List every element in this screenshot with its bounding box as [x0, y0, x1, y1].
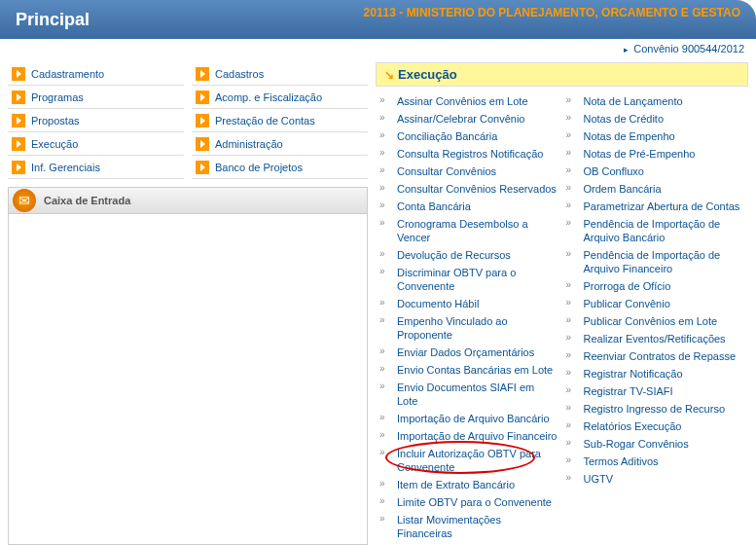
- chevron-double-icon: »: [566, 419, 578, 430]
- menu-item-conta-bancaria[interactable]: »Conta Bancária: [379, 198, 558, 215]
- menu-item-label: Devolução de Recursos: [397, 248, 511, 262]
- arrow-icon: [196, 67, 209, 81]
- menu-item-importacao-de-arquivo-financei[interactable]: »Importação de Arquivo Financeiro: [379, 427, 558, 445]
- chevron-double-icon: »: [379, 297, 391, 308]
- nav-item-programas[interactable]: Programas: [8, 86, 184, 109]
- menu-item-label: Listar Movimentações Financeiras: [397, 513, 558, 540]
- chevron-double-icon: »: [566, 314, 578, 325]
- chevron-double-icon: »: [566, 217, 578, 228]
- menu-item-realizar-eventosretificacoes[interactable]: »Realizar Eventos/Retificações: [566, 330, 745, 347]
- menu-item-discriminar-obtv-para-o-conven[interactable]: »Discriminar OBTV para o Convenente: [379, 264, 558, 295]
- menu-item-limite-obtv-para-o-convenente[interactable]: »Limite OBTV para o Convenente: [379, 493, 558, 511]
- menu-item-registrar-tv-siafi[interactable]: »Registrar TV-SIAFI: [566, 382, 745, 400]
- nav-item-cadastros[interactable]: Cadastros: [192, 62, 368, 86]
- page-title: Principal: [0, 10, 90, 30]
- nav-item-execucao[interactable]: Execução: [8, 132, 184, 156]
- menu-item-label: Envio Documentos SIAFI em Lote: [397, 381, 558, 408]
- menu-item-sub-rogar-convenios[interactable]: »Sub-Rogar Convênios: [566, 435, 745, 453]
- chevron-double-icon: »: [566, 248, 578, 259]
- menu-item-pendencia-de-importacao-de-arq[interactable]: »Pendência de Importação de Arquivo Banc…: [566, 215, 745, 246]
- menu-item-conciliacao-bancaria[interactable]: »Conciliação Bancária: [379, 127, 558, 145]
- menu-item-ugtv[interactable]: »UGTV: [566, 470, 745, 488]
- menu-item-item-de-extrato-bancario[interactable]: »Item de Extrato Bancário: [379, 476, 558, 493]
- menu-item-parametrizar-abertura-de-conta[interactable]: »Parametrizar Abertura de Contas: [566, 198, 745, 215]
- nav-item-cadastramento[interactable]: Cadastramento: [8, 62, 184, 86]
- menu-item-cronograma-desembolso-a-vencer[interactable]: »Cronograma Desembolso a Vencer: [379, 215, 558, 246]
- menu-item-envio-contas-bancarias-em-lote[interactable]: »Envio Contas Bancárias em Lote: [379, 361, 558, 379]
- chevron-double-icon: »: [379, 478, 391, 489]
- nav-item-acomp-e-fiscalizacao[interactable]: Acomp. e Fiscalização: [192, 86, 368, 109]
- nav-item-label: Execução: [31, 138, 78, 150]
- menu-item-enviar-dados-orcamentarios[interactable]: »Enviar Dados Orçamentários: [379, 344, 558, 361]
- menu-item-label: Nota de Lançamento: [584, 94, 683, 108]
- menu-item-publicar-convenios-em-lote[interactable]: »Publicar Convênios em Lote: [566, 312, 745, 330]
- menu-item-label: Consultar Convênios Reservados: [397, 182, 557, 196]
- menu-item-registrar-notificacao[interactable]: »Registrar Notificação: [566, 365, 745, 382]
- menu-item-label: Consulta Registros Notificação: [397, 147, 543, 161]
- breadcrumb-arrow-icon: ▸: [624, 45, 629, 54]
- menu-item-prorroga-de-oficio[interactable]: »Prorroga de Ofício: [566, 277, 745, 295]
- menu-item-envio-documentos-siafi-em-lote[interactable]: »Envio Documentos SIAFI em Lote: [379, 379, 558, 410]
- menu-item-notas-de-empenho[interactable]: »Notas de Empenho: [566, 127, 745, 145]
- menu-item-publicar-convenio[interactable]: »Publicar Convênio: [566, 295, 745, 312]
- menu-item-documento-habil[interactable]: »Documento Hábil: [379, 295, 558, 312]
- arrow-icon: [12, 114, 25, 127]
- menu-item-registro-ingresso-de-recurso[interactable]: »Registro Ingresso de Recurso: [566, 400, 745, 418]
- menu-item-pendencia-de-importacao-de-arq[interactable]: »Pendência de Importação de Arquivo Fina…: [566, 246, 745, 277]
- menu-item-label: OB Confluxo: [584, 164, 644, 178]
- chevron-double-icon: »: [566, 454, 578, 465]
- chevron-double-icon: »: [379, 381, 391, 391]
- menu-item-listar-movimentacoes-financeir[interactable]: »Listar Movimentações Financeiras: [379, 511, 558, 542]
- chevron-double-icon: »: [379, 112, 391, 123]
- menu-item-label: Empenho Vinculado ao Proponente: [397, 314, 558, 342]
- inbox-header: Caixa de Entrada: [8, 187, 368, 214]
- menu-item-incluir-autorizacao-obtv-para-[interactable]: »Incluir Autorização OBTV para Convenent…: [379, 445, 558, 476]
- nav-item-label: Programas: [31, 91, 84, 103]
- menu-item-importacao-de-arquivo-bancario[interactable]: »Importação de Arquivo Bancário: [379, 410, 558, 427]
- menu-item-assinarcelebrar-convenio[interactable]: »Assinar/Celebrar Convênio: [379, 110, 558, 127]
- chevron-double-icon: »: [379, 447, 391, 457]
- right-panel: ↘ Execução »Assinar Convênios em Lote»As…: [376, 62, 748, 545]
- menu-item-label: Conta Bancária: [397, 200, 471, 213]
- nav-item-administracao[interactable]: Administração: [192, 132, 368, 156]
- chevron-double-icon: »: [379, 217, 391, 228]
- menu-item-assinar-convenios-em-lote[interactable]: »Assinar Convênios em Lote: [379, 92, 558, 110]
- menu-item-label: Pendência de Importação de Arquivo Finan…: [584, 248, 745, 275]
- chevron-double-icon: »: [379, 412, 391, 422]
- nav-col-1: CadastramentoProgramasPropostasExecuçãoI…: [8, 62, 184, 179]
- menu-item-label: Discriminar OBTV para o Convenente: [397, 266, 558, 293]
- nav-item-label: Propostas: [31, 115, 80, 127]
- nav-item-propostas[interactable]: Propostas: [8, 109, 184, 132]
- inbox-title: Caixa de Entrada: [44, 195, 130, 206]
- arrow-icon: [12, 67, 25, 81]
- inbox-body[interactable]: [8, 214, 368, 545]
- chevron-double-icon: »: [566, 472, 578, 483]
- menu-item-label: Termos Aditivos: [584, 454, 659, 468]
- menu-item-ob-confluxo[interactable]: »OB Confluxo: [566, 163, 745, 180]
- chevron-double-icon: »: [566, 349, 578, 360]
- menu-item-consultar-convenios-reservados[interactable]: »Consultar Convênios Reservados: [379, 180, 558, 198]
- nav-item-banco-de-projetos[interactable]: Banco de Projetos: [192, 156, 368, 179]
- breadcrumb-link[interactable]: Convênio 900544/2012: [633, 43, 744, 54]
- menu-item-consultar-convenios[interactable]: »Consultar Convênios: [379, 163, 558, 180]
- menu-item-empenho-vinculado-ao-proponent[interactable]: »Empenho Vinculado ao Proponente: [379, 312, 558, 344]
- menu-col-1: »Assinar Convênios em Lote»Assinar/Celeb…: [379, 92, 558, 542]
- menu-item-relatorios-execucao[interactable]: »Relatórios Execução: [566, 418, 745, 435]
- menu-item-label: UGTV: [584, 472, 614, 486]
- menu-item-nota-de-lancamento[interactable]: »Nota de Lançamento: [566, 92, 745, 110]
- menu-item-notas-de-pre-empenho[interactable]: »Notas de Pré-Empenho: [566, 145, 745, 163]
- chevron-double-icon: »: [379, 164, 391, 175]
- menu-item-notas-de-credito[interactable]: »Notas de Crédito: [566, 110, 745, 127]
- menu-item-ordem-bancaria[interactable]: »Ordem Bancária: [566, 180, 745, 198]
- menu-item-label: Incluir Autorização OBTV para Convenente: [397, 447, 558, 474]
- menu-item-devolucao-de-recursos[interactable]: »Devolução de Recursos: [379, 246, 558, 264]
- chevron-double-icon: »: [379, 513, 391, 524]
- app-header: Principal 20113 - MINISTERIO DO PLANEJAM…: [0, 0, 756, 39]
- menu-item-label: Registrar TV-SIAFI: [584, 384, 673, 398]
- menu-item-consulta-registros-notificacao[interactable]: »Consulta Registros Notificação: [379, 145, 558, 163]
- menu-columns: »Assinar Convênios em Lote»Assinar/Celeb…: [376, 87, 748, 545]
- menu-item-termos-aditivos[interactable]: »Termos Aditivos: [566, 453, 745, 470]
- menu-item-reenviar-contratos-de-repasse[interactable]: »Reenviar Contratos de Repasse: [566, 347, 745, 365]
- nav-item-prestacao-de-contas[interactable]: Prestação de Contas: [192, 109, 368, 132]
- nav-item-inf-gerenciais[interactable]: Inf. Gerenciais: [8, 156, 184, 179]
